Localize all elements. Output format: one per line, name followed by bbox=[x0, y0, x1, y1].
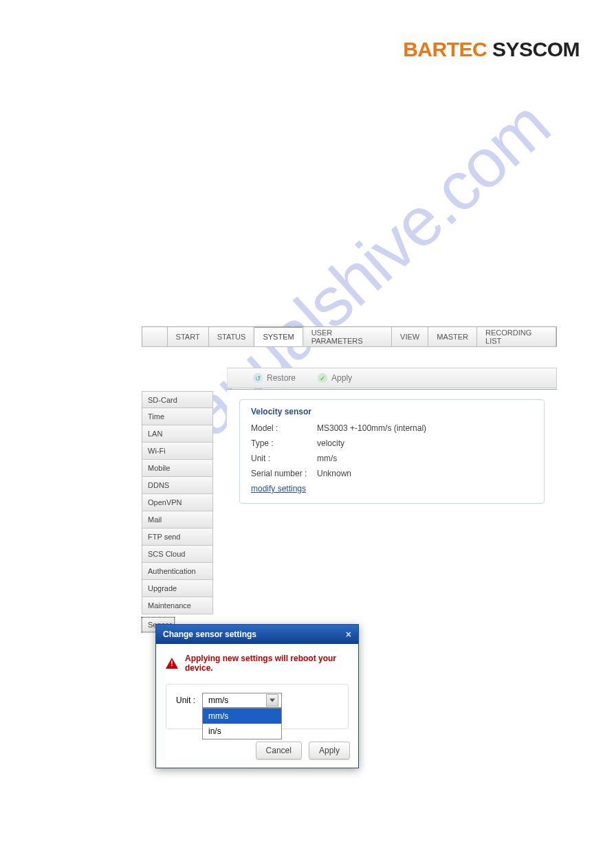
type-label: Type : bbox=[251, 438, 317, 448]
sidebar-item-openvpn[interactable]: OpenVPN bbox=[142, 494, 213, 511]
warning-text: Applying new settings will reboot your d… bbox=[185, 654, 349, 673]
sidebar-item-wifi[interactable]: Wi-Fi bbox=[142, 443, 213, 460]
warning-icon bbox=[166, 658, 178, 669]
tab-status[interactable]: STATUS bbox=[209, 327, 255, 346]
restore-button[interactable]: ↺ Restore bbox=[253, 373, 296, 383]
tab-master[interactable]: MASTER bbox=[428, 327, 477, 346]
close-icon[interactable]: × bbox=[346, 629, 351, 640]
sidebar-item-mobile[interactable]: Mobile bbox=[142, 460, 213, 477]
cancel-button[interactable]: Cancel bbox=[256, 742, 302, 759]
unit-dropdown: mm/s in/s bbox=[202, 708, 282, 739]
system-sidebar: SD-Card Time LAN Wi-Fi Mobile DDNS OpenV… bbox=[142, 391, 213, 636]
brand-logo: BARTEC SYSCOM bbox=[403, 38, 580, 61]
unit-fieldset: Unit : mm/s mm/s in/s bbox=[166, 684, 349, 729]
check-icon: ✓ bbox=[318, 373, 327, 383]
sidebar-item-maintenance[interactable]: Maintenance bbox=[142, 597, 213, 614]
dialog-apply-button[interactable]: Apply bbox=[309, 742, 350, 759]
chevron-down-icon[interactable] bbox=[266, 694, 278, 706]
apply-button[interactable]: ✓ Apply bbox=[318, 373, 352, 383]
sidebar-item-time[interactable]: Time bbox=[142, 408, 213, 425]
tab-start[interactable]: START bbox=[168, 327, 209, 346]
unit-select[interactable]: mm/s mm/s in/s bbox=[202, 693, 282, 708]
content-panel: Velocity sensor Model : MS3003 +-100mm/s… bbox=[227, 389, 557, 499]
sidebar-item-sdcard[interactable]: SD-Card bbox=[142, 391, 213, 408]
restore-icon: ↺ bbox=[253, 373, 263, 383]
tab-user-parameters[interactable]: USER PARAMETERS bbox=[303, 327, 392, 346]
dialog-titlebar: Change sensor settings × bbox=[156, 625, 358, 644]
model-label: Model : bbox=[251, 423, 317, 433]
logo-bartec: BARTEC bbox=[403, 38, 487, 60]
apply-label: Apply bbox=[331, 373, 352, 383]
tab-view[interactable]: VIEW bbox=[392, 327, 428, 346]
unit-label: Unit : bbox=[251, 454, 317, 463]
model-value: MS3003 +-100mm/s (internal) bbox=[317, 423, 426, 433]
sidebar-item-upgrade[interactable]: Upgrade bbox=[142, 580, 213, 597]
dialog-unit-label: Unit : bbox=[176, 695, 195, 705]
change-sensor-settings-dialog: Change sensor settings × Applying new se… bbox=[155, 624, 359, 768]
serial-label: Serial number : bbox=[251, 469, 317, 478]
tab-recording-list[interactable]: RECORDING LIST bbox=[477, 327, 556, 346]
unit-value: mm/s bbox=[317, 454, 337, 463]
tab-spacer bbox=[142, 327, 168, 346]
unit-option-mms[interactable]: mm/s bbox=[203, 709, 281, 724]
sidebar-item-mail[interactable]: Mail bbox=[142, 511, 213, 528]
main-tabbar: START STATUS SYSTEM USER PARAMETERS VIEW… bbox=[142, 326, 557, 347]
serial-value: Unknown bbox=[317, 469, 351, 478]
sidebar-item-lan[interactable]: LAN bbox=[142, 425, 213, 443]
tab-system[interactable]: SYSTEM bbox=[254, 327, 303, 346]
app-screenshot: START STATUS SYSTEM USER PARAMETERS VIEW… bbox=[142, 326, 557, 636]
dialog-title-text: Change sensor settings bbox=[163, 630, 256, 639]
unit-option-ins[interactable]: in/s bbox=[203, 724, 281, 739]
sidebar-item-ftpsend[interactable]: FTP send bbox=[142, 528, 213, 546]
sidebar-item-scscloud[interactable]: SCS Cloud bbox=[142, 546, 213, 563]
type-value: velocity bbox=[317, 438, 344, 448]
logo-syscom: SYSCOM bbox=[487, 38, 580, 60]
main-area: ↺ Restore ✓ Apply Velocity sensor Model … bbox=[213, 347, 557, 636]
restore-label: Restore bbox=[267, 373, 296, 383]
sidebar-item-ddns[interactable]: DDNS bbox=[142, 477, 213, 494]
unit-select-value: mm/s bbox=[208, 695, 228, 705]
sidebar-item-authentication[interactable]: Authentication bbox=[142, 563, 213, 580]
content-toolbar: ↺ Restore ✓ Apply bbox=[227, 368, 557, 388]
panel-title: Velocity sensor bbox=[251, 407, 533, 416]
warning-row: Applying new settings will reboot your d… bbox=[166, 654, 349, 673]
modify-settings-link[interactable]: modify settings bbox=[251, 484, 306, 493]
